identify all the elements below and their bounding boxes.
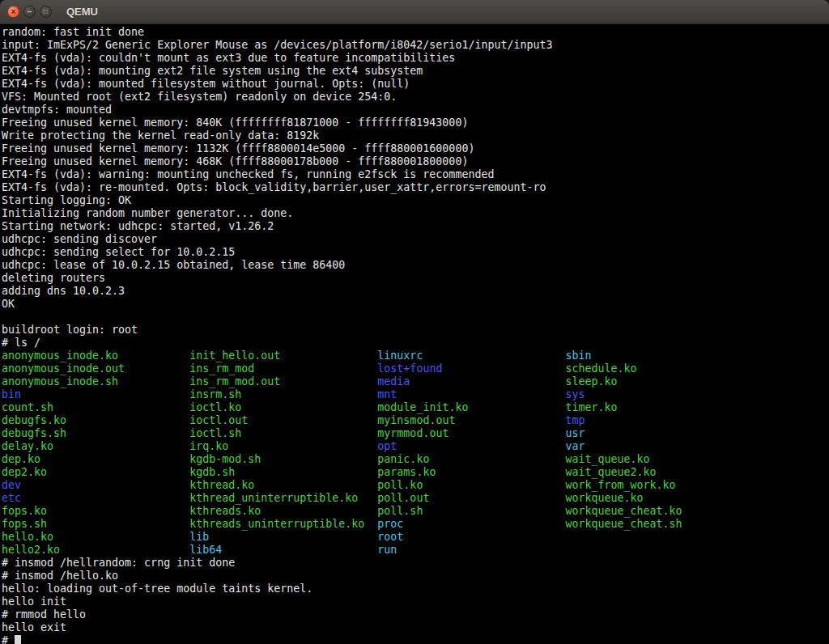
file-entry: schedule.ko	[566, 362, 637, 375]
file-entry: linuxrc	[377, 350, 565, 362]
terminal-line: debugfs.ko ioctl.out myinsmod.out tmp	[2, 414, 829, 427]
window-title: QEMU	[66, 6, 98, 18]
file-entry: kthread.ko	[189, 479, 377, 491]
terminal-line: anonymous_inode.out ins_rm_mod lost+foun…	[2, 362, 829, 375]
file-entry: dev	[2, 479, 189, 491]
terminal-line: Starting network: udhcpc: started, v1.26…	[2, 220, 829, 233]
file-entry: var	[566, 440, 585, 452]
terminal-line: Initializing random number generator... …	[2, 207, 829, 220]
file-entry: usr	[566, 427, 585, 439]
file-entry: kthread_uninterruptible.ko	[189, 492, 377, 504]
terminal-line: hello.ko lib root	[2, 531, 829, 544]
terminal-line: anonymous_inode.ko init_hello.out linuxr…	[2, 350, 829, 362]
terminal-line: count.sh ioctl.ko module_init.ko timer.k…	[2, 401, 829, 414]
file-entry: tmp	[566, 414, 585, 426]
terminal-line: udhcpc: sending select for 10.0.2.15	[2, 246, 829, 259]
file-entry: count.sh	[2, 401, 189, 413]
file-entry: myrmmod.out	[377, 427, 565, 439]
file-entry: hello2.ko	[2, 544, 189, 556]
terminal-line: # insmod /hello.ko	[2, 570, 829, 583]
terminal-cursor	[15, 635, 21, 644]
file-entry: fops.ko	[2, 505, 189, 517]
terminal-line: Freeing unused kernel memory: 1132K (fff…	[2, 142, 829, 155]
terminal-line: dep.ko kgdb-mod.sh panic.ko wait_queue.k…	[2, 453, 829, 466]
close-button[interactable]: ×	[7, 6, 19, 18]
file-entry: opt	[377, 440, 565, 452]
terminal-line: EXT4-fs (vda): mounted filesystem withou…	[2, 78, 829, 91]
file-entry: anonymous_inode.ko	[2, 350, 189, 362]
terminal-line: # ls /	[2, 337, 829, 350]
terminal-line: EXT4-fs (vda): couldn't mount as ext3 du…	[2, 52, 829, 65]
file-entry: hello.ko	[2, 531, 189, 543]
terminal-line: EXT4-fs (vda): warning: mounting uncheck…	[2, 168, 829, 181]
terminal-line: # rmmod hello	[2, 608, 829, 621]
minimize-icon: −	[28, 8, 32, 16]
terminal-line: Freeing unused kernel memory: 840K (ffff…	[2, 117, 829, 129]
file-entry: kthreads_uninterruptible.ko	[189, 518, 377, 530]
terminal-line: fops.ko kthreads.ko poll.sh workqueue_ch…	[2, 505, 829, 518]
file-entry: ioctl.out	[189, 414, 377, 426]
file-entry: ins_rm_mod.out	[189, 375, 377, 388]
terminal-line: debugfs.sh ioctl.sh myrmmod.out usr	[2, 427, 829, 440]
terminal-line: dev kthread.ko poll.ko work_from_work.ko	[2, 479, 829, 492]
terminal-line: hello2.ko lib64 run	[2, 544, 829, 557]
file-entry: params.ko	[377, 466, 565, 478]
terminal-line	[2, 311, 829, 324]
file-entry: wait_queue2.ko	[566, 466, 657, 478]
file-entry: poll.out	[377, 492, 565, 504]
file-entry: lost+found	[377, 362, 565, 375]
terminal-line: Freeing unused kernel memory: 468K (ffff…	[2, 155, 829, 168]
terminal-line: anonymous_inode.sh ins_rm_mod.out media …	[2, 375, 829, 388]
terminal-line: OK	[2, 298, 829, 311]
file-entry: dep2.ko	[2, 466, 189, 478]
file-entry: etc	[2, 492, 189, 504]
terminal[interactable]: random: fast init doneinput: ImExPS/2 Ge…	[0, 24, 829, 644]
file-entry: media	[377, 375, 565, 388]
file-entry: sbin	[566, 350, 592, 362]
file-entry: sleep.ko	[566, 375, 618, 388]
file-entry: panic.ko	[377, 453, 565, 465]
file-entry: anonymous_inode.sh	[2, 375, 189, 388]
file-entry: bin	[2, 388, 189, 400]
file-entry: workqueue.ko	[566, 492, 644, 504]
file-entry: root	[377, 531, 403, 543]
terminal-line: EXT4-fs (vda): mounting ext2 file system…	[2, 65, 829, 78]
file-entry: debugfs.sh	[2, 427, 189, 439]
file-entry: kgdb.sh	[189, 466, 377, 478]
shell-prompt: #	[2, 634, 15, 644]
file-entry: ioctl.sh	[189, 427, 377, 439]
terminal-line: bin insrm.sh mnt sys	[2, 388, 829, 401]
file-entry: ins_rm_mod	[189, 362, 377, 375]
file-entry: proc	[377, 518, 565, 530]
terminal-line: devtmpfs: mounted	[2, 104, 829, 117]
file-entry: dep.ko	[2, 453, 189, 465]
maximize-button[interactable]: □	[40, 6, 52, 18]
terminal-line: hello exit	[2, 621, 829, 634]
file-entry: run	[377, 544, 397, 556]
file-entry: workqueue_cheat.sh	[566, 518, 682, 530]
terminal-line: dep2.ko kgdb.sh params.ko wait_queue2.ko	[2, 466, 829, 479]
minimize-button[interactable]: −	[23, 6, 36, 18]
terminal-line: #	[2, 634, 829, 644]
file-entry: poll.sh	[377, 505, 565, 517]
terminal-line: hello: loading out-of-tree module taints…	[2, 583, 829, 595]
file-entry: ioctl.ko	[189, 401, 377, 413]
file-entry: sys	[566, 388, 585, 400]
file-entry: kgdb-mod.sh	[189, 453, 377, 465]
terminal-line: input: ImExPS/2 Generic Explorer Mouse a…	[2, 39, 829, 52]
file-entry: work_from_work.ko	[566, 479, 676, 491]
terminal-line: udhcpc: sending discover	[2, 233, 829, 246]
file-entry: workqueue_cheat.ko	[566, 505, 682, 517]
terminal-line: random: fast init done	[2, 26, 829, 39]
terminal-line: adding dns 10.0.2.3	[2, 285, 829, 298]
file-entry: irq.ko	[189, 440, 377, 452]
terminal-line: # insmod /hellrandom: crng init done	[2, 557, 829, 570]
close-icon: ×	[11, 8, 16, 16]
file-entry: lib	[189, 531, 377, 543]
file-entry: lib64	[189, 544, 377, 556]
terminal-line: Write protecting the kernel read-only da…	[2, 129, 829, 142]
file-entry: insrm.sh	[189, 388, 377, 400]
titlebar[interactable]: × − □ QEMU	[0, 0, 829, 24]
qemu-window: × − □ QEMU random: fast init doneinput: …	[0, 0, 829, 644]
maximize-icon: □	[44, 9, 48, 15]
